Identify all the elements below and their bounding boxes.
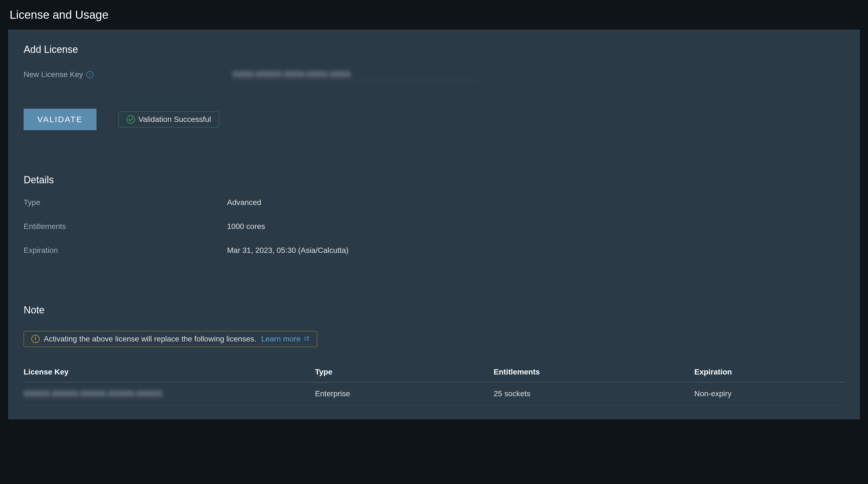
note-message-text: Activating the above license will replac… [44,335,256,343]
note-heading: Note [24,304,844,316]
entitlements-row: Entitlements 1000 cores [24,222,844,231]
cell-expiration: Non-expiry [694,389,844,398]
note-section: Note Activating the above license will r… [24,304,844,405]
cell-type: Enterprise [315,389,494,398]
header-type: Type [315,368,494,376]
svg-line-4 [307,337,308,339]
header-license-key: License Key [24,368,315,376]
header-expiration: Expiration [694,368,844,376]
license-key-row: New License Key i [24,68,844,81]
expiration-row: Expiration Mar 31, 2023, 05:30 (Asia/Cal… [24,246,844,255]
expiration-value: Mar 31, 2023, 05:30 (Asia/Calcutta) [227,246,348,255]
entitlements-label: Entitlements [24,222,227,231]
validate-row: VALIDATE Validation Successful [24,109,844,130]
note-alert-box: Activating the above license will replac… [24,331,317,347]
validate-button[interactable]: VALIDATE [24,109,96,130]
learn-more-link[interactable]: Learn more [261,335,310,343]
details-section: Details Type Advanced Entitlements 1000 … [24,174,844,255]
external-link-icon [304,335,310,341]
validation-status-text: Validation Successful [138,115,211,124]
add-license-heading: Add License [24,44,844,55]
checkmark-icon [126,115,135,124]
svg-point-3 [35,340,36,341]
learn-more-text: Learn more [261,335,301,343]
svg-point-0 [127,116,135,123]
license-key-input[interactable] [232,68,480,81]
cell-license-key: XXXXX-XXXXX-XXXXX-XXXXX-XXXXX [24,389,315,398]
license-table: License Key Type Entitlements Expiration… [24,362,844,405]
table-row: XXXXX-XXXXX-XXXXX-XXXXX-XXXXX Enterprise… [24,382,844,405]
table-header: License Key Type Entitlements Expiration [24,362,844,382]
warning-icon [31,335,40,343]
label-text: New License Key [24,70,83,79]
entitlements-value: 1000 cores [227,222,265,231]
header-entitlements: Entitlements [494,368,694,376]
info-icon[interactable]: i [86,71,93,78]
cell-entitlements: 25 sockets [494,389,694,398]
validation-success-badge: Validation Successful [119,111,219,127]
details-heading: Details [24,174,844,186]
note-message: Activating the above license will replac… [44,335,310,343]
expiration-label: Expiration [24,246,227,255]
page-title: License and Usage [0,0,868,30]
type-value: Advanced [227,198,261,207]
type-label: Type [24,198,227,207]
type-row: Type Advanced [24,198,844,207]
license-content-panel: Add License New License Key i VALIDATE V… [8,30,860,419]
new-license-key-label: New License Key i [24,70,232,79]
